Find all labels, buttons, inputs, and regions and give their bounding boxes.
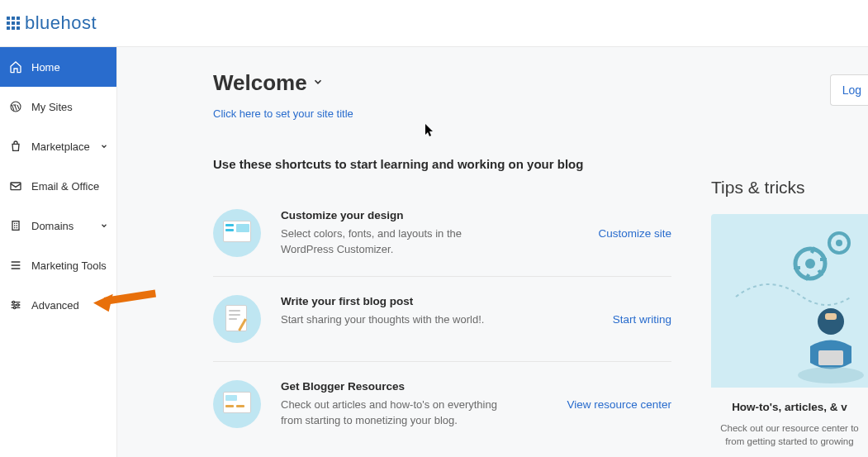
write-thumb-icon xyxy=(213,295,261,343)
tips-illustration xyxy=(711,214,868,388)
home-icon xyxy=(8,60,23,74)
sidebar-item-label: Marketing Tools xyxy=(31,259,107,272)
customize-site-link[interactable]: Customize site xyxy=(598,209,671,240)
sidebar-item-label: Marketplace xyxy=(31,140,90,153)
card-title: Write your first blog post xyxy=(281,295,504,307)
svg-rect-12 xyxy=(794,266,800,269)
card-title: Get Blogger Resources xyxy=(281,380,504,393)
page-title: Welcome xyxy=(213,70,307,96)
mail-icon xyxy=(8,179,23,193)
customize-thumb-icon xyxy=(213,209,261,257)
resources-thumb-icon xyxy=(213,380,261,428)
tips-description: Check out our resource center to from ge… xyxy=(711,421,868,448)
chevron-down-icon xyxy=(100,140,108,153)
start-writing-link[interactable]: Start writing xyxy=(613,295,671,326)
svg-point-15 xyxy=(818,308,844,335)
card-title: Customize your design xyxy=(281,209,504,221)
shortcuts-list: Customize your design Select colors, fon… xyxy=(213,191,671,446)
sidebar: Home My Sites Marketplace Email & Office… xyxy=(0,47,117,457)
shortcut-card-customize: Customize your design Select colors, fon… xyxy=(213,191,671,277)
svg-rect-16 xyxy=(825,313,837,320)
svg-rect-1 xyxy=(11,183,21,190)
card-desc: Check out articles and how-to's on every… xyxy=(281,397,504,429)
sidebar-item-marketplace[interactable]: Marketplace xyxy=(0,126,116,166)
svg-rect-17 xyxy=(818,350,843,365)
sidebar-item-my-sites[interactable]: My Sites xyxy=(0,87,116,126)
sidebar-item-label: My Sites xyxy=(31,101,73,113)
view-resource-center-link[interactable]: View resource center xyxy=(567,380,671,411)
svg-point-5 xyxy=(13,307,16,309)
list-icon xyxy=(8,258,23,273)
brand-logo: bluehost xyxy=(25,12,97,34)
tips-heading: Tips & tricks xyxy=(711,178,868,198)
main-content: Welcome Click here to set your site titl… xyxy=(117,47,868,457)
tips-panel: Tips & tricks xyxy=(711,70,868,457)
shortcuts-heading: Use these shortcuts to start learning an… xyxy=(213,157,671,171)
sidebar-item-label: Domains xyxy=(31,220,74,232)
sliders-icon xyxy=(8,298,23,312)
svg-point-14 xyxy=(836,240,842,246)
chevron-down-icon xyxy=(312,76,324,91)
welcome-dropdown[interactable]: Welcome xyxy=(213,70,671,96)
log-button[interactable]: Log xyxy=(830,74,868,106)
bag-icon xyxy=(8,139,23,154)
svg-rect-2 xyxy=(12,221,19,231)
sidebar-item-label: Home xyxy=(31,61,60,74)
sidebar-item-email-office[interactable]: Email & Office xyxy=(0,166,116,206)
sidebar-item-home[interactable]: Home xyxy=(0,47,116,87)
sidebar-item-domains[interactable]: Domains xyxy=(0,206,116,245)
set-site-title-link[interactable]: Click here to set your site title xyxy=(213,107,353,120)
wordpress-icon xyxy=(8,99,23,114)
shortcut-card-write-post: Write your first blog post Start sharing… xyxy=(213,277,671,362)
svg-point-18 xyxy=(798,367,864,383)
sidebar-item-label: Advanced xyxy=(31,299,79,312)
svg-rect-9 xyxy=(820,258,827,261)
tips-subtitle: How-to's, articles, & v xyxy=(711,401,868,413)
chevron-down-icon xyxy=(100,220,108,232)
building-icon xyxy=(8,218,23,233)
sidebar-item-label: Email & Office xyxy=(31,180,99,193)
top-bar: bluehost xyxy=(0,0,868,47)
shortcut-card-resources: Get Blogger Resources Check out articles… xyxy=(213,362,671,447)
apps-grid-icon[interactable] xyxy=(7,17,20,30)
card-desc: Start sharing your thoughts with the wor… xyxy=(281,312,504,328)
svg-point-3 xyxy=(12,301,15,303)
svg-point-4 xyxy=(17,304,19,307)
card-desc: Select colors, fonts, and layouts in the… xyxy=(281,226,504,258)
mouse-cursor-icon xyxy=(425,124,435,140)
svg-point-7 xyxy=(805,259,815,269)
